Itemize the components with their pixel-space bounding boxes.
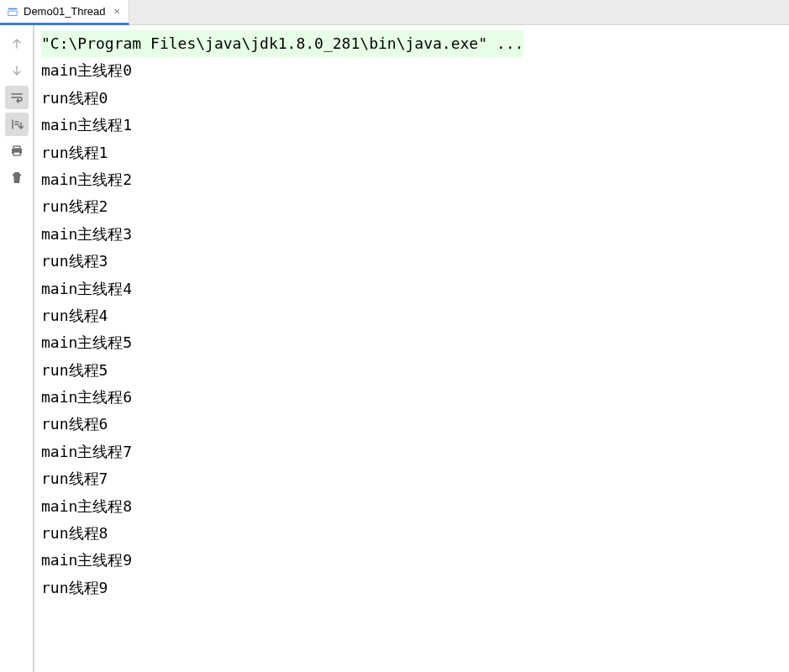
close-icon[interactable]: × [114, 6, 121, 17]
console-output-line: main主线程9 [41, 547, 782, 574]
console-output-line: main主线程7 [41, 438, 782, 465]
svg-rect-0 [8, 8, 18, 9]
console-output-line: run线程3 [41, 248, 782, 275]
svg-rect-4 [13, 152, 20, 155]
console-output-line: run线程2 [41, 193, 782, 220]
console-output[interactable]: "C:\Program Files\java\jdk1.8.0_281\bin\… [34, 25, 789, 672]
soft-wrap-button[interactable] [5, 86, 29, 109]
svg-rect-2 [13, 146, 20, 149]
tab-title: Demo01_Thread [24, 5, 106, 18]
print-button[interactable] [5, 139, 29, 163]
run-tab-icon [7, 6, 18, 18]
down-button[interactable] [5, 59, 29, 82]
console-output-line: run线程9 [41, 575, 782, 601]
console-output-line: run线程4 [41, 302, 782, 329]
trash-button[interactable] [5, 166, 29, 190]
console-toolbar [0, 25, 34, 672]
svg-rect-6 [13, 174, 21, 176]
console-output-line: run线程0 [41, 85, 782, 112]
console-output-line: main主线程6 [41, 384, 782, 411]
tab-bar: Demo01_Thread × [0, 0, 789, 25]
console-output-line: main主线程4 [41, 276, 782, 302]
console-output-line: main主线程8 [41, 493, 782, 520]
console-command-line: "C:\Program Files\java\jdk1.8.0_281\bin\… [41, 30, 523, 57]
console-output-line: main主线程5 [41, 329, 782, 356]
main-area: "C:\Program Files\java\jdk1.8.0_281\bin\… [0, 25, 789, 672]
console-output-line: run线程8 [41, 520, 782, 547]
up-button[interactable] [5, 32, 29, 55]
tab-demo01-thread[interactable]: Demo01_Thread × [0, 0, 129, 25]
console-output-line: main主线程0 [41, 57, 782, 84]
scroll-to-end-button[interactable] [5, 113, 29, 136]
console-output-line: run线程1 [41, 139, 782, 166]
console-output-line: run线程6 [41, 411, 782, 438]
console-output-line: main主线程1 [41, 112, 782, 139]
console-output-line: run线程7 [41, 465, 782, 492]
svg-rect-5 [14, 172, 19, 174]
console-output-line: main主线程2 [41, 166, 782, 193]
console-output-line: run线程5 [41, 357, 782, 384]
svg-rect-1 [8, 11, 18, 15]
console-output-line: main主线程3 [41, 221, 782, 248]
